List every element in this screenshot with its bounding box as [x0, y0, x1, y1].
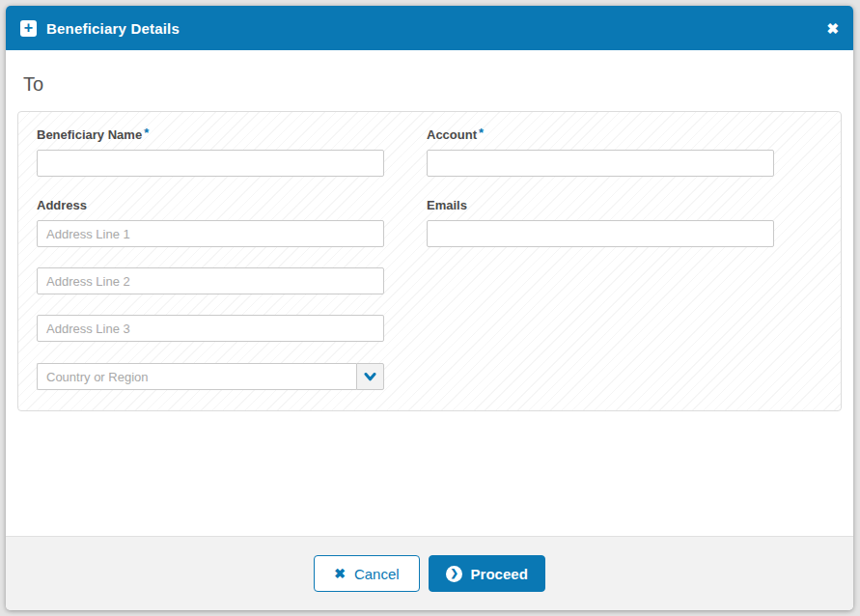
page-background: + Beneficiary Details ✖ To Beneficiary N… [0, 0, 860, 616]
modal-header: + Beneficiary Details ✖ [6, 6, 853, 50]
address-line1-input[interactable] [37, 220, 384, 247]
beneficiary-form-panel: Beneficiary Name* Address [17, 111, 842, 411]
country-select[interactable]: Country or Region [37, 363, 384, 390]
cancel-button-label: Cancel [354, 566, 400, 582]
cancel-button[interactable]: ✖ Cancel [314, 555, 419, 592]
account-field: Account* [427, 127, 774, 177]
account-input[interactable] [427, 150, 774, 177]
country-select-value[interactable]: Country or Region [37, 363, 356, 390]
country-field: Country or Region [37, 363, 384, 390]
plus-square-icon: + [20, 20, 37, 37]
account-label: Account* [427, 127, 774, 142]
address-line3-input[interactable] [37, 315, 384, 342]
emails-field: Emails [427, 198, 774, 247]
emails-input[interactable] [427, 220, 774, 247]
address-line2-input[interactable] [37, 267, 384, 294]
chevron-down-icon [364, 373, 376, 381]
beneficiary-name-label-text: Beneficiary Name [37, 127, 142, 142]
beneficiary-name-input[interactable] [37, 150, 384, 177]
proceed-button[interactable]: ❯ Proceed [429, 555, 545, 592]
required-marker: * [144, 126, 149, 140]
address-label: Address [37, 198, 384, 212]
emails-label: Emails [427, 198, 774, 212]
country-select-dropdown-button[interactable] [356, 363, 384, 390]
cancel-x-icon: ✖ [334, 566, 346, 581]
proceed-button-label: Proceed [471, 566, 528, 582]
modal-title: Beneficiary Details [46, 20, 180, 37]
arrow-circle-right-icon: ❯ [446, 566, 462, 582]
modal-footer: ✖ Cancel ❯ Proceed [6, 536, 853, 610]
address-field: Address [37, 198, 384, 342]
close-icon[interactable]: ✖ [826, 21, 839, 36]
beneficiary-name-field: Beneficiary Name* [37, 127, 384, 177]
beneficiary-details-modal: + Beneficiary Details ✖ To Beneficiary N… [6, 6, 853, 610]
form-right-column: Account* Emails [427, 127, 774, 390]
modal-body: To Beneficiary Name* Address [6, 50, 853, 536]
required-marker: * [479, 126, 484, 140]
section-heading-to: To [23, 73, 842, 96]
form-left-column: Beneficiary Name* Address [37, 127, 384, 390]
beneficiary-name-label: Beneficiary Name* [37, 127, 384, 142]
account-label-text: Account [427, 127, 477, 142]
